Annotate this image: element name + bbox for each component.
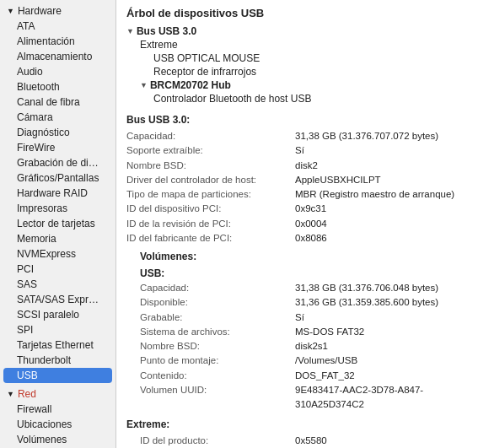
sidebar-item-pci[interactable]: PCI xyxy=(0,262,115,277)
tree-arrow-icon: ▼ xyxy=(140,81,148,89)
sidebar-item-thunderbolt[interactable]: Thunderbolt xyxy=(0,353,115,368)
info-value: 31,38 GB (31.376.707.072 bytes) xyxy=(295,129,438,143)
info-value: 9E483417-AAC2-3D78-A847-310A25D374C2 xyxy=(295,383,468,413)
sidebar-item-ubicaciones[interactable]: Ubicaciones xyxy=(0,417,115,432)
tree-item-label: Receptor de infrarrojos xyxy=(153,66,256,78)
sidebar-item-impresoras[interactable]: Impresoras xyxy=(0,201,115,216)
content-area: Árbol de dispositivos USB ▼ Bus USB 3.0E… xyxy=(116,0,478,448)
sidebar-item-almacenamiento[interactable]: Almacenamiento xyxy=(0,49,115,64)
volumes-header: Volúmenes: xyxy=(126,251,468,262)
info-row: Nombre BSD:disk2s1 xyxy=(126,339,468,354)
sidebar-item-firewire[interactable]: FireWire xyxy=(0,140,115,155)
bus-section-header: Bus USB 3.0: xyxy=(126,114,468,126)
content-title: Árbol de dispositivos USB xyxy=(126,7,468,19)
info-key: Contenido: xyxy=(126,369,295,383)
info-row: Volumen UUID:9E483417-AAC2-3D78-A847-310… xyxy=(126,383,468,413)
info-value: 0x8086 xyxy=(295,231,327,246)
sidebar-item-volumenes[interactable]: Volúmenes xyxy=(0,432,115,447)
sidebar-item-nvmexpress[interactable]: NVMExpress xyxy=(0,246,115,262)
tree-item[interactable]: ▼ Bus USB 3.0 xyxy=(126,24,468,38)
info-row: Capacidad:31,38 GB (31.376.706.048 bytes… xyxy=(126,281,468,295)
info-row: Contenido:DOS_FAT_32 xyxy=(126,369,468,383)
info-key: Nombre BSD: xyxy=(126,339,295,354)
tree-item-label: BRCM20702 Hub xyxy=(150,79,231,91)
info-row: Soporte extraíble:Sí xyxy=(126,143,468,158)
info-key: Punto de montaje: xyxy=(126,354,295,368)
sidebar-item-sata[interactable]: SATA/SAS Expr… xyxy=(0,292,115,307)
info-key: Grabable: xyxy=(126,310,295,325)
tree-item[interactable]: Controlador Bluetooth de host USB xyxy=(126,92,468,105)
sidebar-item-bluetooth[interactable]: Bluetooth xyxy=(0,79,115,94)
bus-section: Bus USB 3.0: Capacidad:31,38 GB (31.376.… xyxy=(126,114,468,412)
extreme-section: Extreme: ID del producto:0x5580ID del fa… xyxy=(126,418,468,448)
sidebar-item-lector[interactable]: Lector de tarjetas xyxy=(0,216,115,231)
red-section-label: Red xyxy=(18,388,36,400)
info-value: 0x9c31 xyxy=(295,202,326,216)
info-value: DOS_FAT_32 xyxy=(295,369,355,383)
info-key: Sistema de archivos: xyxy=(126,325,295,339)
info-row: Capacidad:31,38 GB (31.376.707.072 bytes… xyxy=(126,129,468,143)
info-key: ID del fabricante de PCI: xyxy=(126,231,295,246)
info-value: 31,38 GB (31.376.706.048 bytes) xyxy=(295,281,438,295)
info-value: 0x0004 xyxy=(295,217,327,231)
info-value: disk2s1 xyxy=(295,339,328,354)
sidebar: ▼ Hardware ATAAlimentaciónAlmacenamiento… xyxy=(0,0,116,448)
info-key: Tipo de mapa de particiones: xyxy=(126,187,295,202)
info-value: 0x5580 xyxy=(295,434,327,448)
info-value: 31,36 GB (31.359.385.600 bytes) xyxy=(295,295,438,310)
sidebar-item-ata[interactable]: ATA xyxy=(0,19,115,34)
info-key: Disponible: xyxy=(126,295,295,310)
tree-item-label: Controlador Bluetooth de host USB xyxy=(153,93,311,105)
sidebar-item-grabacion[interactable]: Grabación de di… xyxy=(0,155,115,170)
sidebar-item-usb[interactable]: USB xyxy=(3,368,112,383)
red-section-toggle[interactable]: ▼ Red xyxy=(0,386,115,402)
sidebar-item-canal-fibra[interactable]: Canal de fibra xyxy=(0,94,115,110)
tree-arrow-icon: ▼ xyxy=(126,27,134,35)
tree-item-label: Extreme xyxy=(140,39,178,51)
hardware-section-toggle[interactable]: ▼ Hardware xyxy=(0,3,115,19)
sidebar-item-hardware-raid[interactable]: Hardware RAID xyxy=(0,186,115,201)
info-key: Capacidad: xyxy=(126,129,295,143)
extreme-header: Extreme: xyxy=(126,418,468,430)
info-row: ID del dispositivo PCI:0x9c31 xyxy=(126,202,468,216)
sidebar-item-spi[interactable]: SPI xyxy=(0,322,115,337)
sidebar-item-scsi[interactable]: SCSI paralelo xyxy=(0,307,115,322)
sidebar-item-firewall[interactable]: Firewall xyxy=(0,402,115,417)
info-value: MS-DOS FAT32 xyxy=(295,325,364,339)
info-key: Driver del controlador de host: xyxy=(126,173,295,187)
sidebar-item-sas[interactable]: SAS xyxy=(0,277,115,292)
info-key: Nombre BSD: xyxy=(126,159,295,173)
info-value: Sí xyxy=(295,143,304,158)
info-key: ID del dispositivo PCI: xyxy=(126,202,295,216)
info-row: Disponible:31,36 GB (31.359.385.600 byte… xyxy=(126,295,468,310)
usb-subheader: USB: xyxy=(126,267,468,279)
info-key: Soporte extraíble: xyxy=(126,143,295,158)
info-row: Driver del controlador de host:AppleUSBX… xyxy=(126,173,468,187)
sidebar-item-audio[interactable]: Audio xyxy=(0,64,115,79)
tree-item[interactable]: Extreme xyxy=(126,38,468,51)
info-value: disk2 xyxy=(295,159,318,173)
info-row: ID del fabricante de PCI:0x8086 xyxy=(126,231,468,246)
info-row: ID del producto:0x5580 xyxy=(126,434,468,448)
sidebar-item-diagnostico[interactable]: Diagnóstico xyxy=(0,125,115,140)
info-key: ID de la revisión de PCI: xyxy=(126,217,295,231)
info-key: Volumen UUID: xyxy=(126,383,295,413)
info-key: Capacidad: xyxy=(126,281,295,295)
hardware-section-label: Hardware xyxy=(18,5,62,17)
tree-item[interactable]: Receptor de infrarrojos xyxy=(126,65,468,78)
info-value: MBR (Registro maestro de arranque) xyxy=(295,187,454,202)
info-value: AppleUSBXHCILPT xyxy=(295,173,381,187)
tree-item[interactable]: USB OPTICAL MOUSE xyxy=(126,51,468,65)
info-row: ID de la revisión de PCI:0x0004 xyxy=(126,217,468,231)
sidebar-item-alimentacion[interactable]: Alimentación xyxy=(0,34,115,49)
tree-item-label: USB OPTICAL MOUSE xyxy=(153,52,260,64)
sidebar-item-graficos[interactable]: Gráficos/Pantallas xyxy=(0,170,115,186)
sidebar-item-camara[interactable]: Cámara xyxy=(0,110,115,125)
sidebar-item-memoria[interactable]: Memoria xyxy=(0,231,115,246)
tree-item[interactable]: ▼ BRCM20702 Hub xyxy=(126,78,468,92)
info-value: Sí xyxy=(295,310,304,325)
info-row: Tipo de mapa de particiones:MBR (Registr… xyxy=(126,187,468,202)
red-toggle-arrow: ▼ xyxy=(7,390,14,398)
info-row: Grabable:Sí xyxy=(126,310,468,325)
sidebar-item-tarjetas[interactable]: Tarjetas Ethernet xyxy=(0,337,115,353)
